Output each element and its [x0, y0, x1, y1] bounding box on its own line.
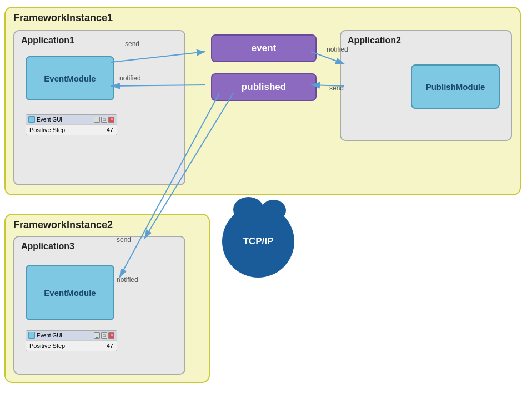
framework2-label: FrameworkInstance2: [13, 219, 113, 231]
published-box: published: [211, 73, 317, 101]
application-2: Application2 PublishModule: [340, 30, 512, 141]
win-buttons-1: _ □ ✕: [94, 117, 114, 123]
send2-label: send: [329, 84, 344, 92]
app1-label: Application1: [21, 36, 74, 46]
win-btn-minimize-3[interactable]: _: [94, 332, 100, 339]
tcpip-label: TCP/IP: [243, 236, 274, 247]
titlebar-left-1: Event GUI: [28, 116, 62, 123]
event-gui-window-3: Event GUI _ □ ✕ Positive Step 47: [26, 330, 117, 351]
notified1-label: notified: [119, 74, 141, 82]
positive-step-label-3: Positive Step: [29, 342, 65, 349]
event-gui-title-1: Event GUI: [37, 117, 62, 123]
tcpip-cloud: TCP/IP: [222, 205, 294, 278]
title-icon-3: [28, 332, 35, 339]
title-icon-1: [28, 116, 35, 123]
win-btn-close-1[interactable]: ✕: [108, 117, 114, 123]
event-box-label: event: [252, 43, 276, 54]
win-btn-close-3[interactable]: ✕: [108, 332, 114, 339]
framework1-label: FrameworkInstance1: [13, 12, 113, 24]
event-gui-row-1: Positive Step 47: [26, 124, 117, 135]
event-module-1: EventModule: [26, 56, 114, 100]
application-3: Application3 EventModule Event GUI _ □ ✕: [13, 236, 185, 375]
event-gui-titlebar-1: Event GUI _ □ ✕: [26, 115, 117, 124]
titlebar-left-3: Event GUI: [28, 332, 62, 339]
app3-label: Application3: [21, 241, 74, 251]
notified2-label: notified: [327, 46, 348, 53]
event-gui-titlebar-3: Event GUI _ □ ✕: [26, 331, 117, 340]
win-btn-minimize-1[interactable]: _: [94, 117, 100, 123]
event-gui-row-3: Positive Step 47: [26, 340, 117, 351]
notified3-label: notified: [117, 276, 138, 284]
framework-instance-1: FrameworkInstance1 Application1 EventMod…: [4, 7, 521, 195]
positive-step-label-1: Positive Step: [29, 127, 65, 133]
win-btn-restore-3[interactable]: □: [101, 332, 107, 339]
event-module-3-label: EventModule: [44, 288, 96, 298]
application-1: Application1 EventModule Event GUI _ □ ✕: [13, 30, 185, 185]
framework-instance-2: FrameworkInstance2 Application3 EventMod…: [4, 214, 210, 383]
event-box: event: [211, 34, 317, 62]
event-module-1-label: EventModule: [44, 74, 96, 83]
app2-label: Application2: [348, 36, 401, 46]
positive-step-value-1: 47: [107, 127, 113, 133]
positive-step-value-3: 47: [107, 342, 113, 349]
win-buttons-3: _ □ ✕: [94, 332, 114, 339]
event-module-3: EventModule: [26, 265, 114, 320]
published-box-label: published: [242, 82, 286, 93]
event-gui-window-1: Event GUI _ □ ✕ Positive Step 47: [26, 114, 117, 135]
send3-label: send: [117, 236, 131, 244]
diagram-container: FrameworkInstance1 Application1 EventMod…: [0, 0, 532, 393]
publish-module: PublishModule: [411, 64, 500, 109]
event-gui-title-3: Event GUI: [37, 332, 62, 339]
send1-label: send: [125, 40, 139, 48]
win-btn-restore-1[interactable]: □: [101, 117, 107, 123]
publish-module-label: PublishModule: [426, 82, 485, 92]
